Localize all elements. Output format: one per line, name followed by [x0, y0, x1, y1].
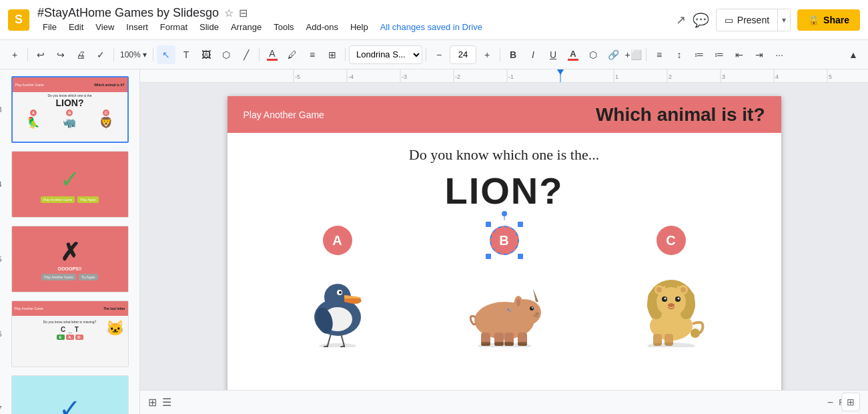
shape-tool[interactable]: ⬡ [217, 45, 236, 64]
italic-button[interactable]: I [524, 45, 542, 64]
font-selector[interactable]: Londrina S... [349, 45, 422, 64]
underline-button[interactable]: U [544, 45, 562, 64]
more-options-button[interactable]: ··· [770, 45, 789, 64]
canvas-area: -5 -4 -3 -2 -1 1 2 3 4 5 [140, 69, 868, 414]
print-button[interactable]: 🖨 [71, 45, 90, 64]
star-icon[interactable]: ☆ [224, 7, 234, 19]
collapse-button[interactable]: ▲ [844, 45, 863, 64]
svg-point-35 [319, 343, 356, 347]
image-tool[interactable]: 🖼 [197, 45, 215, 64]
menu-arrange[interactable]: Arrange [226, 21, 267, 33]
zoom-button[interactable]: 100% ▾ [117, 45, 149, 64]
present-text: Present [737, 15, 769, 25]
indent-left-button[interactable]: ⇤ [730, 45, 749, 64]
lion-figure [628, 260, 715, 356]
slide-img-7: ✓ [11, 375, 129, 414]
label-a[interactable]: A [323, 226, 352, 255]
expand-btn[interactable]: ⊞ [841, 393, 860, 411]
text-tool[interactable]: T [177, 45, 195, 64]
ruler-svg: -5 -4 -3 -2 -1 1 2 3 4 5 [140, 69, 868, 83]
which-animal-text: Which animal is it? [596, 104, 765, 126]
number-list-button[interactable]: ≔ [710, 45, 729, 64]
align-tool[interactable]: ≡ [303, 45, 322, 64]
svg-text:-5: -5 [295, 73, 300, 80]
present-chevron[interactable]: ▾ [777, 9, 790, 31]
share-button[interactable]: 🔒 Share [797, 9, 860, 31]
slide-thumb-6[interactable]: 6 Play Another Game The last letter Do y… [10, 299, 130, 369]
menu-insert[interactable]: Insert [121, 21, 153, 33]
fill-color[interactable]: A [263, 45, 282, 64]
divider4 [259, 48, 260, 61]
slide-thumb-5[interactable]: 5 ✗ OOOOPS!! Play Another Game Try Again [10, 224, 130, 294]
right-actions: ↗ 💬 ▭ Present ▾ 🔒 Share [676, 9, 860, 31]
undo-button[interactable]: ↩ [31, 45, 50, 64]
slide-thumb-7[interactable]: 7 ✓ [10, 374, 130, 414]
lock-icon: 🔒 [808, 15, 819, 25]
font-size-decrease[interactable]: − [430, 45, 448, 64]
menu-format[interactable]: Format [155, 21, 193, 33]
present-label[interactable]: ▭ Present [717, 15, 777, 25]
canvas-wrapper[interactable]: Play Another Game Which animal is it? Do… [140, 83, 868, 390]
label-b[interactable]: B [490, 226, 519, 255]
grid-view-btn[interactable]: ⊞ [148, 396, 157, 409]
menu-tools[interactable]: Tools [268, 21, 299, 33]
cursor-tool[interactable]: ↖ [157, 45, 175, 64]
question-text: Do you know which one is the... [254, 146, 755, 164]
insert-button[interactable]: + [5, 45, 24, 64]
add-comment-button[interactable]: +⬜ [624, 45, 642, 64]
spellcheck-button[interactable]: ✓ [91, 45, 110, 64]
bullet-list-button[interactable]: ≔ [690, 45, 709, 64]
link-button[interactable]: 🔗 [604, 45, 622, 64]
slide-header: Play Another Game Which animal is it? [228, 96, 781, 133]
svg-text:5: 5 [829, 73, 832, 80]
menu-addons[interactable]: Add-ons [301, 21, 344, 33]
slide-thumb-3[interactable]: 3 Play Another Game Which animal is it? … [10, 75, 130, 144]
svg-point-40 [535, 313, 539, 315]
table-tool[interactable]: ⊞ [323, 45, 342, 64]
indent-right-button[interactable]: ⇥ [750, 45, 769, 64]
svg-point-72 [681, 287, 686, 292]
comments-button[interactable]: 💬 [693, 12, 709, 28]
highlight-button[interactable]: ⬡ [584, 45, 602, 64]
svg-point-38 [530, 306, 534, 310]
menu-slide[interactable]: Slide [194, 21, 224, 33]
menu-edit[interactable]: Edit [63, 21, 89, 33]
rhino-figure: ↖ [461, 260, 548, 356]
line-spacing-button[interactable]: ↕ [670, 45, 689, 64]
menu-help[interactable]: Help [345, 21, 374, 33]
lion-svg [628, 260, 715, 347]
present-button-container: ▭ Present ▾ [716, 9, 791, 31]
slide-num-6: 6 [0, 330, 2, 338]
svg-point-37 [508, 299, 541, 326]
main-area: 3 Play Another Game Which animal is it? … [0, 69, 868, 414]
rhino-svg: ↖ [461, 260, 548, 347]
label-c[interactable]: C [657, 226, 686, 255]
line-tool[interactable]: ╱ [237, 45, 256, 64]
menu-view[interactable]: View [90, 21, 119, 33]
slide-num-7: 7 [0, 405, 2, 413]
text-color-button[interactable]: A [564, 45, 582, 64]
zoom-out-btn[interactable]: − [827, 397, 833, 409]
font-size-increase[interactable]: + [478, 45, 496, 64]
menu-file[interactable]: File [37, 21, 62, 33]
redo-button[interactable]: ↪ [51, 45, 70, 64]
bold-button[interactable]: B [504, 45, 522, 64]
align-button[interactable]: ≡ [650, 45, 669, 64]
svg-text:↖: ↖ [506, 306, 512, 314]
paint-tool[interactable]: 🖊 [283, 45, 302, 64]
divider6 [426, 48, 426, 61]
svg-point-75 [691, 329, 700, 338]
animals-row: A [254, 226, 755, 356]
divider5 [345, 48, 346, 61]
svg-text:-3: -3 [402, 73, 407, 80]
animal-section-b: B [461, 226, 548, 356]
slide-num-4: 4 [0, 180, 2, 188]
svg-point-39 [532, 307, 533, 308]
slide-thumb-4[interactable]: 4 ✓ Play Another Game Play Again [10, 150, 130, 219]
slide-body: Do you know which one is the... LION? A [228, 133, 781, 369]
font-size-input[interactable] [450, 45, 476, 64]
svg-text:-4: -4 [348, 73, 354, 80]
list-view-btn[interactable]: ☰ [162, 396, 171, 409]
top-bar: S #StayAtHome Games by Slidesgo ☆ ⊟ File… [0, 0, 868, 40]
folder-icon[interactable]: ⊟ [239, 7, 248, 19]
